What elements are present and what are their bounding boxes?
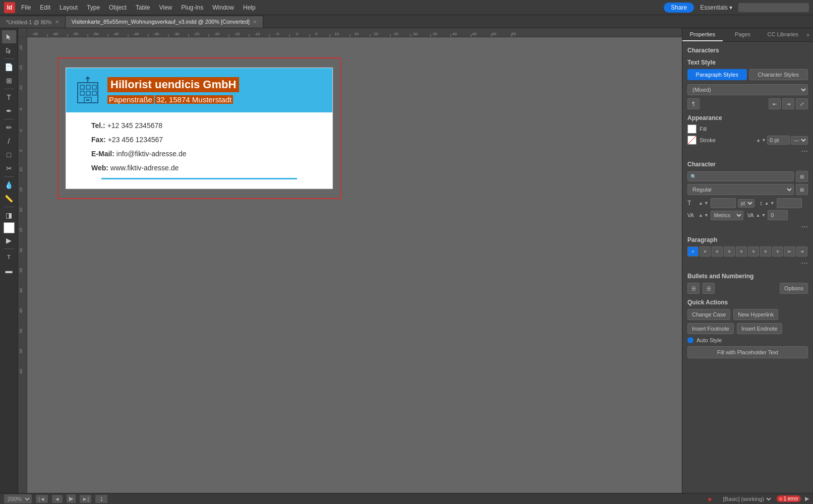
font-size-unit[interactable]: pt	[738, 199, 754, 208]
font-size-input[interactable]	[711, 198, 736, 208]
gap-tool[interactable]: ⊞	[2, 74, 16, 87]
align-away-spine-btn[interactable]: ⇥	[796, 246, 807, 257]
font-size-down[interactable]: ▼	[704, 201, 709, 206]
essentials-button[interactable]: Essentials ▾	[696, 3, 736, 12]
kerning-up[interactable]: ▲	[699, 213, 703, 218]
fill-color-swatch[interactable]	[687, 124, 696, 134]
style-dropdown[interactable]: (Mixed)	[687, 84, 808, 95]
menu-plugins[interactable]: Plug-Ins	[177, 3, 207, 12]
font-search-input[interactable]	[698, 173, 791, 179]
change-case-button[interactable]: Change Case	[687, 309, 730, 320]
tab-visitenkarte[interactable]: Visitenkarte_85x55mm_Wohnungsverkauf_v3.…	[66, 16, 263, 28]
page-number-input[interactable]	[95, 495, 107, 503]
tracking-up[interactable]: ▲	[756, 213, 760, 218]
align-towards-spine-btn[interactable]: ⇤	[784, 246, 795, 257]
insert-endnote-button[interactable]: Insert Endnote	[737, 323, 782, 334]
menu-file[interactable]: File	[17, 3, 35, 12]
stroke-up-arrow[interactable]: ▲	[756, 138, 761, 143]
tab-untitled[interactable]: *Untitled-1 @ 80% ✕	[0, 16, 66, 28]
panel-tab-properties[interactable]: Properties	[682, 28, 723, 41]
menu-view[interactable]: View	[155, 3, 176, 12]
options-button[interactable]: Options	[780, 283, 808, 294]
menu-edit[interactable]: Edit	[36, 3, 54, 12]
tab-untitled-close[interactable]: ✕	[55, 19, 59, 25]
eyedropper-tool[interactable]: 💧	[2, 178, 16, 192]
character-styles-button[interactable]: Character Styles	[749, 69, 808, 80]
selection-tool[interactable]	[2, 30, 16, 43]
align-left-btn[interactable]: ≡	[687, 246, 699, 257]
error-badge[interactable]: 1 error	[777, 495, 801, 502]
font-style-expand-icon[interactable]: ⊞	[796, 184, 808, 195]
page-tool[interactable]: 📄	[2, 60, 16, 74]
menu-table[interactable]: Table	[132, 3, 154, 12]
numbered-list-icon[interactable]: ☰	[703, 283, 715, 294]
kerning-dropdown[interactable]: Metrics	[711, 211, 743, 220]
align-justify-last-center-btn[interactable]: ≡	[748, 246, 759, 257]
font-style-dropdown[interactable]: Regular Bold Italic Bold Italic	[687, 184, 794, 195]
menu-type[interactable]: Type	[83, 3, 104, 12]
fill-placeholder-button[interactable]: Fill with Placeholder Text	[687, 346, 808, 358]
align-justify-last-left-btn[interactable]: ≡	[736, 246, 747, 257]
align-justify-all-btn[interactable]: ≡	[772, 246, 783, 257]
leading-up[interactable]: ▲	[765, 201, 769, 206]
menu-object[interactable]: Object	[105, 3, 131, 12]
stroke-down-arrow[interactable]: ▼	[762, 138, 766, 143]
preview-tool[interactable]: ▶	[2, 234, 16, 247]
rect-tool[interactable]: □	[2, 148, 16, 161]
expand-status-icon[interactable]: ▶	[805, 495, 809, 502]
menu-window[interactable]: Window	[208, 3, 238, 12]
auto-style-toggle[interactable]	[687, 337, 693, 343]
fill-frame-tool[interactable]: ▬	[2, 264, 16, 277]
appearance-more-icon[interactable]: ⋯	[801, 147, 808, 155]
line-tool[interactable]: /	[2, 135, 16, 148]
zoom-dropdown[interactable]: 200% 100% 80% 50%	[4, 494, 32, 503]
scissors-tool[interactable]: ✂	[2, 162, 16, 175]
tracking-input[interactable]	[768, 210, 788, 220]
direct-selection-tool[interactable]	[2, 44, 16, 57]
style-dropdown-status[interactable]: [Basic] (working)	[721, 495, 773, 502]
pen-tool[interactable]: ✒	[2, 104, 16, 117]
pilcrow-icon[interactable]: ¶	[687, 98, 700, 109]
bullets-list-icon[interactable]: ☰	[687, 283, 700, 294]
pencil-tool[interactable]: ✏	[2, 121, 16, 134]
leading-input[interactable]	[777, 198, 802, 208]
share-button[interactable]: Share	[664, 3, 694, 13]
align-right-btn[interactable]: ≡	[712, 246, 723, 257]
type-tool[interactable]: T	[2, 91, 16, 104]
align-left-small-icon[interactable]: ⇤	[769, 98, 781, 109]
align-center-btn[interactable]: ≡	[700, 246, 711, 257]
character-more-icon[interactable]: ⋯	[801, 223, 808, 231]
tracking-down[interactable]: ▼	[761, 213, 766, 218]
kerning-down[interactable]: ▼	[704, 213, 709, 218]
new-hyperlink-button[interactable]: New Hyperlink	[733, 309, 778, 320]
panel-tab-pages[interactable]: Pages	[723, 28, 763, 41]
color-fill-tool[interactable]	[4, 222, 15, 233]
menu-help[interactable]: Help	[239, 3, 260, 12]
font-size-up[interactable]: ▲	[699, 201, 703, 206]
prev-page-button[interactable]: ◄	[52, 495, 63, 503]
menu-layout[interactable]: Layout	[55, 3, 82, 12]
leading-down[interactable]: ▼	[770, 201, 775, 206]
panel-collapse-button[interactable]: »	[803, 28, 813, 41]
paragraph-styles-button[interactable]: Paragraph Styles	[687, 69, 747, 80]
play-button[interactable]: ▶	[67, 494, 76, 503]
font-expand-icon[interactable]: ⊞	[796, 171, 808, 182]
align-right-small-icon[interactable]: ⇥	[782, 98, 794, 109]
align-justify-btn[interactable]: ≡	[724, 246, 735, 257]
first-page-button[interactable]: |◄	[36, 495, 48, 503]
panel-tab-cc-libraries[interactable]: CC Libraries	[763, 28, 803, 41]
next-page-button[interactable]: ►|	[80, 495, 92, 503]
insert-footnote-button[interactable]: Insert Footnote	[687, 323, 734, 334]
expand-icon[interactable]: ⤢	[796, 98, 808, 109]
search-input[interactable]	[738, 3, 809, 12]
stroke-color-swatch[interactable]	[687, 136, 696, 145]
align-justify-last-right-btn[interactable]: ≡	[760, 246, 771, 257]
stroke-value-input[interactable]	[767, 136, 790, 145]
text-stroke-tool[interactable]: T	[2, 250, 16, 264]
paragraph-more-icon[interactable]: ⋯	[801, 259, 808, 267]
business-card[interactable]: Hillorist uendicis GmbH Papenstraße 32, …	[66, 68, 333, 189]
measure-tool[interactable]: 📏	[2, 192, 16, 205]
gradient-tool[interactable]: ◨	[2, 209, 16, 222]
tab-visitenkarte-close[interactable]: ✕	[253, 19, 257, 25]
stroke-type-dropdown[interactable]: —	[791, 136, 808, 145]
